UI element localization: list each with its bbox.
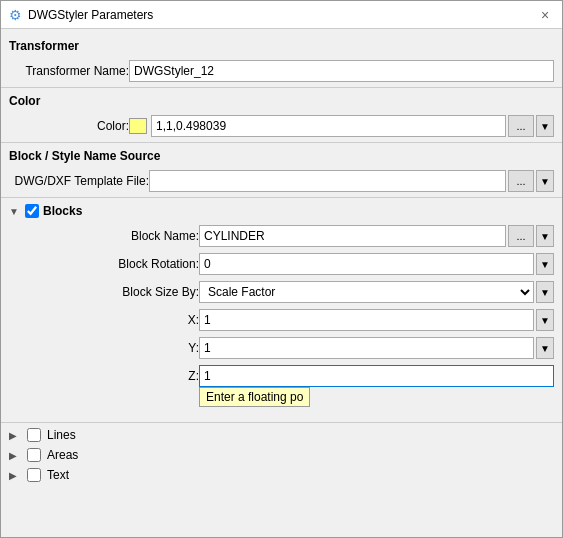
block-style-section-header: Block / Style Name Source	[1, 145, 562, 167]
block-size-arrow-button[interactable]: ▼	[536, 281, 554, 303]
areas-section-header[interactable]: ▶ Areas	[1, 445, 562, 465]
color-section-header: Color	[1, 90, 562, 112]
app-icon: ⚙	[9, 7, 22, 23]
block-rotation-arrow-button[interactable]: ▼	[536, 253, 554, 275]
title-bar-left: ⚙ DWGStyler Parameters	[9, 7, 153, 23]
z-tooltip: Enter a floating po	[199, 387, 310, 407]
block-size-select[interactable]: Scale Factor Fixed Size Map Units	[199, 281, 534, 303]
window-title: DWGStyler Parameters	[28, 8, 153, 22]
y-row: Y: ▼	[1, 334, 562, 362]
z-input[interactable]	[199, 365, 554, 387]
close-button[interactable]: ×	[536, 6, 554, 24]
block-rotation-field: ▼	[199, 253, 554, 275]
blocks-checkbox-label: Blocks	[25, 204, 82, 218]
color-row: Color: ... ▼	[1, 112, 562, 140]
text-checkbox[interactable]	[27, 468, 41, 482]
main-window: ⚙ DWGStyler Parameters × Transformer Tra…	[0, 0, 563, 538]
text-label: Text	[47, 468, 69, 482]
blocks-label: Blocks	[43, 204, 82, 218]
block-name-dots-button[interactable]: ...	[508, 225, 534, 247]
y-field: ▼	[199, 337, 554, 359]
color-input[interactable]	[151, 115, 506, 137]
z-label: Z:	[9, 369, 199, 383]
x-label: X:	[9, 313, 199, 327]
template-file-row: DWG/DXF Template File: ... ▼	[1, 167, 562, 195]
text-expand-icon: ▶	[9, 470, 21, 481]
y-input[interactable]	[199, 337, 534, 359]
transformer-section-header: Transformer	[1, 35, 562, 57]
y-label: Y:	[9, 341, 199, 355]
blocks-section-header[interactable]: ▼ Blocks	[1, 200, 562, 222]
block-rotation-label: Block Rotation:	[9, 257, 199, 271]
block-size-row: Block Size By: Scale Factor Fixed Size M…	[1, 278, 562, 306]
areas-expand-icon: ▶	[9, 450, 21, 461]
color-field: ... ▼	[129, 115, 554, 137]
block-name-row: Block Name: ... ▼	[1, 222, 562, 250]
block-rotation-input[interactable]	[199, 253, 534, 275]
template-file-input[interactable]	[149, 170, 506, 192]
transformer-name-input[interactable]	[129, 60, 554, 82]
block-name-field: ... ▼	[199, 225, 554, 247]
blocks-expand-icon: ▼	[9, 206, 21, 217]
color-swatch	[129, 118, 147, 134]
transformer-name-field	[129, 60, 554, 82]
x-row: X: ▼	[1, 306, 562, 334]
lines-label: Lines	[47, 428, 76, 442]
template-file-label: DWG/DXF Template File:	[9, 174, 149, 188]
transformer-name-label: Transformer Name:	[9, 64, 129, 78]
block-size-label: Block Size By:	[9, 285, 199, 299]
color-arrow-button[interactable]: ▼	[536, 115, 554, 137]
areas-label: Areas	[47, 448, 78, 462]
areas-checkbox[interactable]	[27, 448, 41, 462]
x-arrow-button[interactable]: ▼	[536, 309, 554, 331]
block-name-arrow-button[interactable]: ▼	[536, 225, 554, 247]
content-area: Transformer Transformer Name: Color Colo…	[1, 29, 562, 537]
lines-section-header[interactable]: ▶ Lines	[1, 425, 562, 445]
template-file-field: ... ▼	[149, 170, 554, 192]
block-name-label: Block Name:	[9, 229, 199, 243]
block-size-field: Scale Factor Fixed Size Map Units ▼	[199, 281, 554, 303]
transformer-name-row: Transformer Name:	[1, 57, 562, 85]
z-row: Z: Enter a floating po	[1, 362, 562, 390]
x-input[interactable]	[199, 309, 534, 331]
y-arrow-button[interactable]: ▼	[536, 337, 554, 359]
blocks-checkbox[interactable]	[25, 204, 39, 218]
x-field: ▼	[199, 309, 554, 331]
title-bar: ⚙ DWGStyler Parameters ×	[1, 1, 562, 29]
z-field: Enter a floating po	[199, 365, 554, 387]
lines-expand-icon: ▶	[9, 430, 21, 441]
text-section-header[interactable]: ▶ Text	[1, 465, 562, 485]
block-name-input[interactable]	[199, 225, 506, 247]
block-rotation-row: Block Rotation: ▼	[1, 250, 562, 278]
color-dots-button[interactable]: ...	[508, 115, 534, 137]
template-dots-button[interactable]: ...	[508, 170, 534, 192]
color-label: Color:	[9, 119, 129, 133]
lines-checkbox[interactable]	[27, 428, 41, 442]
template-arrow-button[interactable]: ▼	[536, 170, 554, 192]
